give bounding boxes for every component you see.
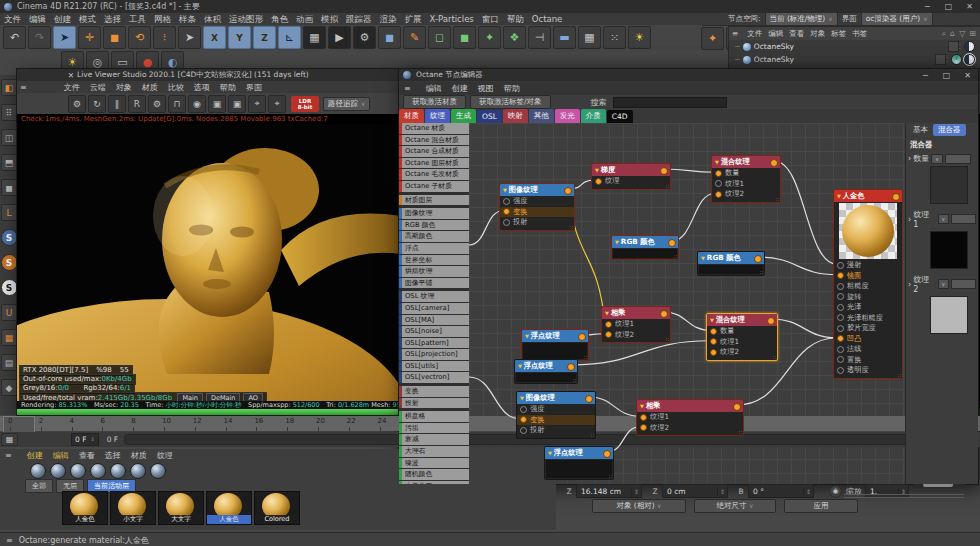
edge-mode-icon[interactable]: ◫ [1,129,18,146]
collapse-triangle-icon[interactable]: ▼ [715,159,719,165]
grid-icon[interactable]: ▦ [1,329,18,346]
axis-x-button[interactable]: X [203,26,226,49]
mm-menu-创建[interactable]: 创建 [22,451,48,460]
port-row[interactable]: 凹凸 [834,334,902,345]
lv-menu-文件[interactable]: 文件 [59,83,85,92]
timeline-options-icon[interactable]: ▦ [1,433,18,446]
inspector-tab-基本[interactable]: 基本 [908,124,933,136]
node-header[interactable]: ▼人金色 [834,190,902,202]
maximize-icon[interactable]: □ [938,0,959,13]
polygon-mode-icon[interactable]: ⬒ [1,154,18,171]
stepper-icon[interactable]: ⇕ [803,488,813,495]
collapse-triangle-icon[interactable]: ▼ [701,255,705,261]
object-row[interactable]: ─OctaneSky⁚ [729,40,980,53]
array-icon[interactable]: ⁙ [603,26,626,49]
menu-Octane[interactable]: Octane [528,13,567,25]
node-type-item[interactable]: OSL[MA] [399,315,469,326]
input-port-linked[interactable] [503,208,510,215]
primitive-cube-icon[interactable]: ◼ [378,26,401,49]
input-port[interactable] [715,180,722,187]
portal-material-icon[interactable] [70,463,86,479]
node-type-item[interactable]: 噪波 [399,458,469,469]
layer-box[interactable] [948,41,959,52]
render-settings-icon[interactable]: ⚙ [353,26,376,49]
node-浮点纹理[interactable]: ▼浮点纹理∷ [521,329,589,361]
node-type-item[interactable]: 高斯颜色 [399,231,469,242]
node-header[interactable]: ▼浮点纹理 [545,447,613,459]
axis-y-button[interactable]: Y [228,26,251,49]
pass-button-Main[interactable]: Main [177,393,203,401]
node-type-item[interactable]: RGB 颜色 [399,220,469,231]
om-menu-标签[interactable]: 标签 [828,29,849,38]
ldr-badge[interactable]: LDR8-bit [291,96,319,112]
port-row[interactable]: 透明度 [834,365,902,376]
node-resize-icon[interactable]: ∷ [570,224,573,230]
hamburger-icon[interactable]: ≡ [0,536,19,545]
node-resize-icon[interactable]: ∷ [773,354,776,360]
input-port[interactable] [837,356,844,363]
node-type-item[interactable]: 投射 [399,398,469,409]
xparticles-icon[interactable]: ✦ [701,27,724,50]
node-type-item[interactable]: 污垢 [399,423,469,434]
node-type-item[interactable]: Octane 毛发材质 [399,169,469,180]
param-type-dropdown[interactable]: ∨ [931,154,943,164]
sim-s3-icon[interactable]: S [1,279,18,296]
pass-button-AO[interactable]: AO [243,393,262,401]
port-row[interactable]: 纹理2 [707,347,777,358]
param-type-dropdown[interactable]: ∨ [938,214,950,224]
om-menu-对象[interactable]: 对象 [807,29,828,38]
node-相乘[interactable]: ▼相乘纹理1纹理2∷ [636,399,744,436]
tool-history-icon[interactable]: ⁝ [153,26,176,49]
node-type-item[interactable]: Octane 混合材质 [399,135,469,146]
port-row[interactable]: 纹理2 [637,423,743,434]
param-color-swatch[interactable] [930,166,968,204]
param-color-swatch[interactable] [930,231,968,269]
mm-menu-纹理[interactable]: 纹理 [152,451,178,460]
output-port[interactable] [660,310,668,318]
menu-X-Particles[interactable]: X-Particles [426,13,478,25]
port-row[interactable]: 变换 [517,415,595,426]
node-混合纹理[interactable]: ▼混合纹理数量纹理1纹理2∷ [706,313,778,361]
lv-menu-比较[interactable]: 比较 [163,83,189,92]
port-row[interactable]: 纹理1 [712,179,780,190]
input-port[interactable] [520,427,527,434]
node-resize-icon[interactable]: ∷ [584,354,587,360]
collapse-triangle-icon[interactable]: ▼ [615,239,619,245]
expand-arrow-icon[interactable]: › [908,154,911,163]
collapse-triangle-icon[interactable]: ▼ [548,450,552,456]
port-row[interactable]: 胶片宽度 [834,323,902,334]
collapse-triangle-icon[interactable]: ▼ [837,193,841,199]
input-port-linked[interactable] [715,170,722,177]
port-row[interactable]: 投射 [500,217,574,228]
node-header[interactable]: ▼浮点纹理 [515,360,577,372]
mm-menu-查看[interactable]: 查看 [74,451,100,460]
record-icon[interactable]: ◉ [829,485,842,498]
enable-dots[interactable]: ⁚ [946,56,949,64]
node-type-item[interactable]: 材质图层 [399,195,469,206]
sim-s2-icon[interactable]: S [1,254,18,271]
node-人金色[interactable]: ▼人金色漫射镜面粗糙度旋转光泽光泽粗糙度胶片宽度凹凸法线置换透明度∷ [833,189,903,379]
input-port[interactable] [520,406,527,413]
input-port-linked[interactable] [640,424,647,431]
mm-menu-编辑[interactable]: 编辑 [48,451,74,460]
new-material-icon[interactable] [30,463,46,479]
snap-magnet-icon[interactable]: U [1,304,18,321]
lv-menu-界面[interactable]: 界面 [241,83,267,92]
node-浮点纹理[interactable]: ▼浮点纹理∷ [544,446,614,480]
input-port[interactable] [503,198,510,205]
input-port-linked[interactable] [605,321,612,328]
current-frame-spinner[interactable]: 0 F⇕ [71,433,99,446]
port-row[interactable]: 粗糙度 [834,281,902,292]
redo-icon[interactable]: ↷ [28,26,51,49]
node-resize-icon[interactable]: ∷ [666,183,669,189]
lv-pause-icon[interactable]: ‖ [108,95,126,113]
sim-s1-icon[interactable]: S [1,229,18,246]
undo-icon[interactable]: ↶ [3,26,26,49]
zoom-spinner[interactable]: 1.⇕ [865,484,909,498]
input-port-linked[interactable] [595,178,602,185]
plane-icon[interactable]: ▦ [578,26,601,49]
node-type-item[interactable]: OSL[camera] [399,303,469,314]
node-type-item[interactable]: Octane 材质 [399,123,469,134]
node-type-item[interactable]: 浮点 [399,243,469,254]
object-name[interactable]: OctaneSky [754,42,794,51]
